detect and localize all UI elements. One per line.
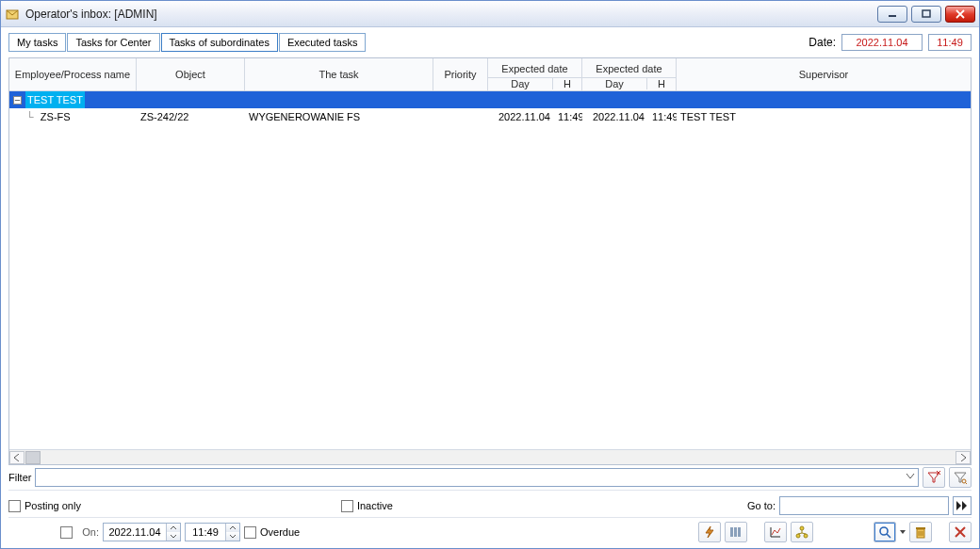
row-employee: ZS-FS [41, 111, 71, 122]
dropdown-arrow-icon[interactable] [900, 522, 906, 542]
horizontal-scrollbar[interactable] [9, 449, 971, 464]
magnifier-icon [878, 525, 891, 539]
scroll-left-button[interactable] [9, 451, 24, 464]
maximize-button[interactable] [911, 6, 941, 23]
chevron-left-icon [13, 454, 21, 461]
time-field[interactable]: 11:49 [928, 34, 972, 51]
svg-point-7 [800, 526, 804, 530]
checkbox-icon [244, 526, 256, 539]
tab-tasks-of-subordinates[interactable]: Tasks of subordinates [161, 33, 278, 52]
bottom-toolbar: On: Overdue [1, 518, 979, 548]
title-bar: Operator's inbox: [ADMIN] [1, 1, 979, 27]
maximize-icon [921, 9, 932, 19]
delete-button[interactable] [909, 522, 932, 542]
date-spin-down[interactable] [167, 532, 180, 541]
row-exp1-day: 2022.11.04 [488, 108, 554, 125]
task-row[interactable]: └ ZS-FS ZS-242/22 WYGENEROWANIE FS 2022.… [9, 108, 971, 125]
scroll-thumb[interactable] [25, 451, 41, 464]
row-object: ZS-242/22 [137, 108, 245, 125]
row-supervisor: TEST TEST [677, 108, 971, 125]
app-window: Operator's inbox: [ADMIN] My tasks Tasks… [0, 0, 980, 549]
checkbox-icon [341, 500, 353, 512]
tab-tasks-for-center[interactable]: Tasks for Center [67, 33, 159, 52]
row-exp2-day: 2022.11.04 [582, 108, 648, 125]
close-panel-button[interactable] [949, 522, 972, 542]
col-object[interactable]: Object [137, 58, 245, 90]
col-supervisor[interactable]: Supervisor [677, 58, 971, 90]
filter-builder-button[interactable] [949, 467, 972, 488]
on-enable-checkbox[interactable] [60, 526, 73, 539]
svg-point-3 [962, 479, 966, 483]
overdue-checkbox[interactable]: Overdue [244, 526, 300, 539]
posting-only-checkbox[interactable]: Posting only [8, 500, 81, 512]
tree-branch-icon: └ [26, 108, 34, 125]
date-spin-up[interactable] [167, 524, 180, 532]
action-toolbar [698, 522, 813, 542]
svg-rect-1 [889, 15, 896, 17]
col-expected-2[interactable]: Expected date Day H [582, 58, 677, 90]
hierarchy-icon [795, 525, 808, 539]
filter-label: Filter [8, 472, 31, 483]
clear-filter-button[interactable] [923, 467, 945, 488]
svg-rect-4 [730, 527, 733, 537]
svg-point-10 [880, 527, 888, 535]
fast-forward-icon [956, 500, 969, 511]
close-icon [955, 9, 966, 19]
grid-body[interactable]: − TEST TEST └ ZS-FS ZS-242/22 WYGE [9, 91, 971, 449]
svg-rect-6 [738, 527, 741, 537]
chevron-up-icon [170, 525, 177, 530]
chart-button[interactable] [764, 522, 787, 542]
col-task[interactable]: The task [245, 58, 433, 90]
options-bar: Posting only Inactive Go to: [1, 491, 979, 517]
svg-rect-12 [916, 527, 925, 529]
tab-executed-tasks[interactable]: Executed tasks [279, 33, 367, 52]
grid-header: Employee/Process name Object The task Pr… [9, 58, 971, 91]
time-spin-up[interactable] [226, 524, 239, 532]
tab-my-tasks[interactable]: My tasks [8, 33, 66, 52]
zoom-button[interactable] [874, 522, 896, 542]
minimize-button[interactable] [877, 6, 907, 23]
col-employee[interactable]: Employee/Process name [9, 58, 137, 90]
scroll-right-button[interactable] [956, 451, 971, 464]
chevron-down-icon [170, 534, 177, 539]
inactive-checkbox[interactable]: Inactive [341, 500, 393, 512]
group-row[interactable]: − TEST TEST [9, 91, 971, 108]
row-exp2-h: 11:49 [648, 108, 677, 125]
bolt-icon [703, 525, 716, 539]
funnel-clear-icon [926, 470, 941, 485]
chevron-up-icon [229, 525, 237, 530]
chevron-down-icon[interactable] [906, 472, 915, 483]
hierarchy-button[interactable] [791, 522, 813, 542]
goto-label: Go to: [747, 500, 776, 511]
on-label: On: [82, 526, 99, 538]
svg-point-9 [804, 534, 808, 538]
date-label: Date: [808, 36, 836, 49]
goto-button[interactable] [953, 496, 972, 515]
window-title: Operator's inbox: [ADMIN] [25, 8, 877, 21]
tasks-grid: Employee/Process name Object The task Pr… [8, 57, 972, 465]
date-area: Date: 2022.11.04 11:49 [808, 34, 972, 51]
close-button[interactable] [945, 6, 975, 23]
collapse-toggle[interactable]: − [13, 96, 22, 105]
group-employee: TEST TEST [25, 91, 85, 108]
time-spin-down[interactable] [226, 532, 239, 541]
tabs: My tasks Tasks for Center Tasks of subor… [8, 33, 366, 52]
svg-rect-2 [923, 10, 930, 17]
columns-icon [729, 525, 743, 539]
goto-input[interactable] [779, 496, 949, 515]
svg-point-8 [796, 534, 800, 538]
row-task: WYGENEROWANIE FS [245, 108, 433, 125]
right-toolbar [874, 522, 972, 542]
app-icon [5, 7, 20, 22]
chevron-right-icon [959, 454, 967, 461]
close-x-icon [954, 525, 967, 539]
filter-input[interactable] [35, 468, 919, 487]
on-time-input[interactable] [185, 523, 240, 541]
on-date-input[interactable] [103, 523, 181, 541]
col-priority[interactable]: Priority [433, 58, 488, 90]
date-field[interactable]: 2022.11.04 [841, 34, 923, 51]
bolt-button[interactable] [698, 522, 721, 542]
col-expected-1[interactable]: Expected date Day H [488, 58, 582, 90]
svg-rect-5 [734, 527, 737, 537]
columns-button[interactable] [725, 522, 747, 542]
